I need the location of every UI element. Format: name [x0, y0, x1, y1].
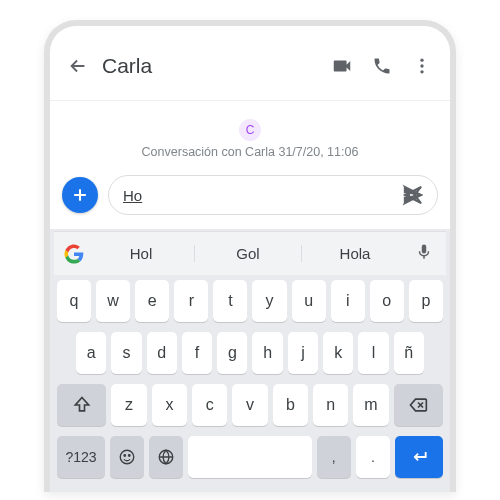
key-v[interactable]: v — [232, 384, 267, 426]
key-w[interactable]: w — [96, 280, 130, 322]
enter-icon — [409, 447, 429, 467]
key-g[interactable]: g — [217, 332, 247, 374]
arrow-back-icon — [67, 55, 89, 77]
key-q[interactable]: q — [57, 280, 91, 322]
plus-icon — [70, 185, 90, 205]
voice-call-button[interactable] — [362, 46, 402, 86]
phone-icon — [372, 56, 392, 76]
key-row-1: q w e r t y u i o p — [54, 275, 446, 327]
send-button[interactable] — [397, 179, 429, 211]
key-emoji[interactable] — [110, 436, 144, 478]
key-row-4: ?123 , . — [54, 431, 446, 488]
emoji-icon — [118, 448, 136, 466]
key-row-2: a s d f g h j k l ñ — [54, 327, 446, 379]
key-f[interactable]: f — [182, 332, 212, 374]
key-space[interactable] — [188, 436, 311, 478]
contact-avatar: C — [239, 119, 261, 141]
more-options-button[interactable] — [402, 46, 442, 86]
key-u[interactable]: u — [292, 280, 326, 322]
video-icon — [331, 55, 353, 77]
more-vert-icon — [412, 56, 432, 76]
keyboard: Hol Gol Hola q w e r t y u i o p a s d f… — [50, 229, 450, 492]
key-backspace[interactable] — [394, 384, 443, 426]
message-composer — [108, 175, 438, 215]
key-c[interactable]: c — [192, 384, 227, 426]
chat-title: Carla — [102, 54, 152, 78]
suggestion-2[interactable]: Gol — [194, 245, 301, 262]
suggestion-bar: Hol Gol Hola — [54, 231, 446, 275]
status-bar — [50, 26, 450, 36]
conversation-area: C Conversación con Carla 31/7/20, 11:06 — [50, 101, 450, 165]
key-shift[interactable] — [57, 384, 106, 426]
key-row-3: z x c v b n m — [54, 379, 446, 431]
shift-icon — [72, 395, 92, 415]
key-e[interactable]: e — [135, 280, 169, 322]
svg-point-2 — [420, 70, 423, 73]
key-y[interactable]: y — [252, 280, 286, 322]
key-symbols[interactable]: ?123 — [57, 436, 105, 478]
message-input[interactable] — [123, 187, 397, 204]
google-logo-icon[interactable] — [60, 240, 88, 268]
key-s[interactable]: s — [111, 332, 141, 374]
key-a[interactable]: a — [76, 332, 106, 374]
globe-icon — [157, 448, 175, 466]
back-button[interactable] — [58, 46, 98, 86]
svg-point-5 — [129, 455, 131, 457]
app-bar: Carla — [50, 36, 450, 101]
mic-button[interactable] — [408, 243, 440, 265]
phone-frame: Carla C Conversación con Carla 31/7/20, … — [44, 20, 456, 492]
suggestion-3[interactable]: Hola — [301, 245, 408, 262]
key-d[interactable]: d — [147, 332, 177, 374]
key-k[interactable]: k — [323, 332, 353, 374]
key-i[interactable]: i — [331, 280, 365, 322]
svg-point-3 — [120, 450, 134, 464]
key-t[interactable]: t — [213, 280, 247, 322]
video-call-button[interactable] — [322, 46, 362, 86]
key-comma[interactable]: , — [317, 436, 351, 478]
key-p[interactable]: p — [409, 280, 443, 322]
add-attachment-button[interactable] — [62, 177, 98, 213]
conversation-info-text: Conversación con Carla 31/7/20, 11:06 — [50, 145, 450, 159]
send-icon — [402, 184, 424, 206]
composer-row — [50, 165, 450, 229]
key-r[interactable]: r — [174, 280, 208, 322]
key-j[interactable]: j — [288, 332, 318, 374]
key-l[interactable]: l — [358, 332, 388, 374]
svg-point-1 — [420, 64, 423, 67]
suggestion-1[interactable]: Hol — [88, 245, 194, 262]
key-m[interactable]: m — [353, 384, 388, 426]
key-o[interactable]: o — [370, 280, 404, 322]
key-language[interactable] — [149, 436, 183, 478]
key-enter[interactable] — [395, 436, 443, 478]
svg-point-4 — [124, 455, 126, 457]
key-h[interactable]: h — [252, 332, 282, 374]
mic-icon — [415, 243, 433, 261]
key-n[interactable]: n — [313, 384, 348, 426]
key-z[interactable]: z — [111, 384, 146, 426]
key-x[interactable]: x — [152, 384, 187, 426]
key-b[interactable]: b — [273, 384, 308, 426]
key-enye[interactable]: ñ — [394, 332, 424, 374]
svg-point-0 — [420, 59, 423, 62]
key-period[interactable]: . — [356, 436, 390, 478]
backspace-icon — [408, 395, 428, 415]
